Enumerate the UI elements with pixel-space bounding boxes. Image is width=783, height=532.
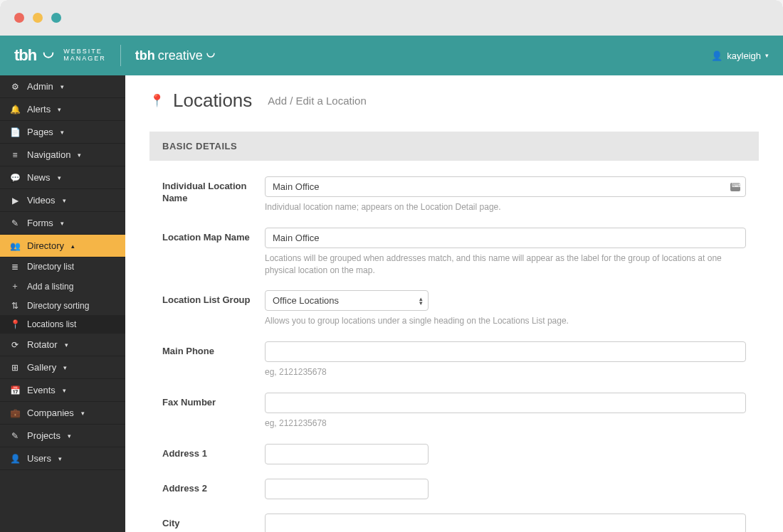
sidebar-item-forms[interactable]: ✎Forms▾	[0, 212, 125, 235]
users-icon: 👥	[10, 241, 20, 251]
file-icon: 📄	[10, 127, 20, 137]
window-close-icon[interactable]	[14, 13, 24, 23]
top-header: tbh WEBSITE MANAGER tbhcreative 👤 kaylei…	[0, 36, 783, 75]
label-individual-location-name: Individual Location Name	[162, 176, 265, 213]
input-address-2[interactable]	[265, 479, 429, 499]
label-location-map-name: Location Map Name	[162, 228, 265, 277]
keyboard-icon	[730, 183, 740, 191]
label-fax-number: Fax Number	[162, 393, 265, 430]
sidebar-item-label: Videos	[27, 195, 56, 206]
page-subtitle: Add / Edit a Location	[268, 95, 366, 107]
app-window: tbh WEBSITE MANAGER tbhcreative 👤 kaylei…	[0, 0, 783, 532]
sidebar-subitem-directory-sorting[interactable]: ⇅Directory sorting	[0, 297, 125, 315]
caret-down-icon: ▾	[63, 364, 67, 371]
help-location-map-name: Locations will be grouped when addresses…	[265, 252, 746, 277]
play-icon: ▶	[10, 196, 20, 206]
sidebar-item-label: Projects	[27, 430, 61, 441]
caret-down-icon: ▾	[68, 432, 71, 440]
page-header: 📍 Locations Add / Edit a Location	[125, 75, 783, 132]
input-location-map-name[interactable]	[265, 228, 746, 248]
input-main-phone[interactable]	[265, 341, 746, 362]
caret-down-icon: ▾	[58, 174, 61, 181]
sidebar-item-label: Users	[27, 453, 51, 464]
sidebar-subitem-label: Locations list	[27, 319, 76, 329]
calendar-icon: 📅	[10, 385, 20, 395]
plus-icon: ＋	[10, 280, 20, 292]
help-main-phone: eg, 2121235678	[265, 366, 746, 378]
sidebar-item-label: Navigation	[27, 149, 70, 160]
user-icon: 👤	[711, 50, 722, 61]
sidebar-item-companies[interactable]: 💼Companies▾	[0, 402, 125, 425]
logo-subtitle: WEBSITE MANAGER	[63, 48, 106, 63]
sidebar-item-label: Events	[27, 385, 56, 395]
sidebar-item-videos[interactable]: ▶Videos▾	[0, 189, 125, 212]
briefcase-icon: 💼	[10, 408, 20, 418]
sidebar-item-label: News	[27, 172, 51, 183]
comment-icon: 💬	[10, 173, 20, 183]
help-fax-number: eg, 2121235678	[265, 417, 746, 430]
smile-icon	[206, 50, 216, 60]
caret-down-icon: ▾	[63, 197, 66, 204]
sidebar-item-news[interactable]: 💬News▾	[0, 166, 125, 189]
label-location-list-group: Location List Group	[162, 290, 265, 327]
pin-icon: 📍	[10, 319, 20, 329]
list-icon: ≣	[10, 262, 20, 272]
sidebar-item-admin[interactable]: ⚙Admin▾	[0, 75, 125, 98]
sidebar-item-navigation[interactable]: ≡Navigation▾	[0, 144, 125, 166]
smile-icon	[42, 49, 55, 62]
sort-icon: ⇅	[10, 301, 20, 311]
sidebar-item-alerts[interactable]: 🔔Alerts▾	[0, 98, 125, 121]
user-menu[interactable]: 👤 kayleigh ▾	[711, 50, 769, 61]
select-location-list-group[interactable]: Office Locations	[265, 290, 429, 311]
row-address-2: Address 2	[162, 479, 746, 499]
logo-primary[interactable]: tbh WEBSITE MANAGER	[14, 46, 106, 65]
sidebar-item-label: Rotator	[27, 339, 58, 350]
pencil-icon: ✎	[10, 431, 20, 441]
caret-down-icon: ▾	[78, 151, 81, 159]
sidebar-item-projects[interactable]: ✎Projects▾	[0, 425, 125, 447]
sidebar-item-pages[interactable]: 📄Pages▾	[0, 121, 125, 144]
sidebar-subitem-label: Directory list	[27, 262, 74, 272]
help-individual-location-name: Individual location name; appears on the…	[265, 201, 746, 213]
input-individual-location-name[interactable]	[265, 176, 746, 197]
sidebar-item-events[interactable]: 📅Events▾	[0, 379, 125, 402]
sidebar-item-label: Gallery	[27, 362, 56, 373]
input-fax-number[interactable]	[265, 393, 746, 413]
caret-down-icon: ▾	[61, 129, 64, 136]
caret-down-icon: ▾	[81, 410, 85, 417]
titlebar	[0, 0, 783, 36]
user-name: kayleigh	[727, 50, 761, 61]
input-city[interactable]	[265, 514, 746, 532]
sidebar-subitem-add-a-listing[interactable]: ＋Add a listing	[0, 276, 125, 297]
sidebar-subitem-directory-list[interactable]: ≣Directory list	[0, 257, 125, 276]
row-address-1: Address 1	[162, 444, 746, 464]
caret-down-icon: ▾	[65, 341, 68, 349]
window-zoom-icon[interactable]	[51, 13, 61, 23]
pin-icon: 📍	[149, 93, 164, 108]
sidebar-item-label: Admin	[27, 81, 53, 92]
row-location-list-group: Location List Group Office Locations ▴▾ …	[162, 290, 746, 327]
sidebar-subitem-label: Add a listing	[27, 282, 73, 292]
label-city: City	[162, 514, 265, 532]
sidebar-item-directory[interactable]: 👥Directory▴	[0, 235, 125, 257]
basic-details-panel: BASIC DETAILS Individual Location Name I…	[149, 132, 759, 532]
logo-secondary[interactable]: tbhcreative	[135, 48, 216, 63]
sidebar-item-label: Companies	[27, 408, 74, 418]
sidebar-item-users[interactable]: 👤Users▾	[0, 447, 125, 470]
sidebar-item-gallery[interactable]: ⊞Gallery▾	[0, 356, 125, 379]
help-location-list-group: Allows you to group locations under a si…	[265, 315, 746, 327]
caret-down-icon: ▾	[63, 387, 66, 394]
sidebar: ⚙Admin▾🔔Alerts▾📄Pages▾≡Navigation▾💬News▾…	[0, 75, 125, 532]
input-address-1[interactable]	[265, 444, 429, 464]
sidebar-item-label: Alerts	[27, 104, 51, 115]
sidebar-subitem-locations-list[interactable]: 📍Locations list	[0, 315, 125, 334]
pencil-icon: ✎	[10, 218, 20, 228]
main-content: 📍 Locations Add / Edit a Location BASIC …	[125, 75, 783, 532]
window-minimize-icon[interactable]	[33, 13, 43, 23]
sidebar-item-rotator[interactable]: ⟳Rotator▾	[0, 334, 125, 356]
bell-icon: 🔔	[10, 105, 20, 115]
header-divider	[120, 45, 121, 66]
logo-text: tbh	[14, 46, 36, 64]
row-fax-number: Fax Number eg, 2121235678	[162, 393, 746, 430]
sidebar-item-label: Directory	[27, 240, 64, 251]
